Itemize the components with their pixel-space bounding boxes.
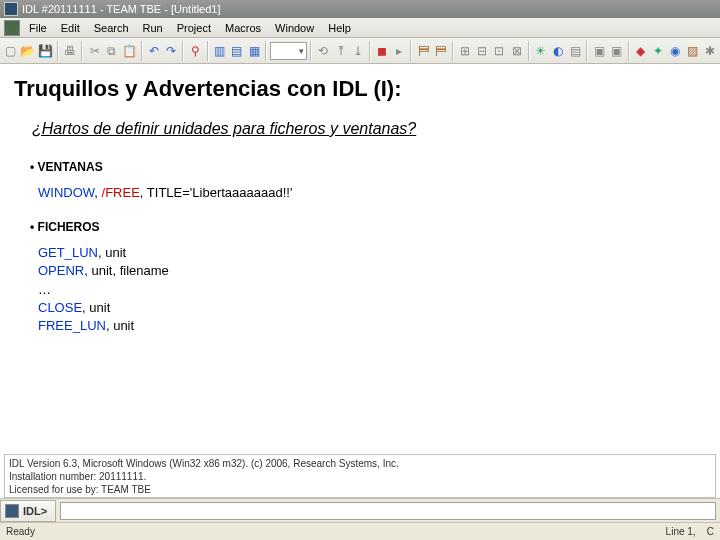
panel2-icon[interactable]: ▤ [229,41,245,61]
kw-freelun: FREE_LUN [38,318,106,333]
separator [452,41,454,61]
separator [207,41,209,61]
paste-icon[interactable]: 📋 [121,41,138,61]
kw-window: WINDOW [38,185,94,200]
separator [369,41,371,61]
code-tail: , TITLE='Libertaaaaaaad!!' [140,185,293,200]
prompt-label: IDL> [23,505,47,517]
arg-unit: , unit [98,245,126,260]
copy-icon[interactable]: ⧉ [104,41,120,61]
menu-window[interactable]: Window [268,20,321,36]
bookmark-b-icon[interactable]: ⛿ [433,41,449,61]
chart3-icon[interactable]: ▤ [567,41,583,61]
ext3-icon[interactable]: ◉ [667,41,683,61]
section-ficheros: FICHEROS [30,220,708,234]
separator [265,41,267,61]
ext2-icon[interactable]: ✦ [650,41,666,61]
arg-unit-filename: , unit, filename [84,263,169,278]
section-ventanas: VENTANAS [30,160,708,174]
separator [586,41,588,61]
ellipsis: … [38,282,51,297]
status-bar: Ready Line 1, C [0,522,720,540]
arg-unit: , unit [106,318,134,333]
tool-c-icon[interactable]: ⤓ [350,41,366,61]
menu-project[interactable]: Project [170,20,218,36]
window1-icon[interactable]: ▣ [591,41,607,61]
kw-close: CLOSE [38,300,82,315]
separator [182,41,184,61]
idl-icon [5,504,19,518]
menu-macros[interactable]: Macros [218,20,268,36]
output-line: IDL Version 6.3, Microsoft Windows (Win3… [9,457,711,470]
menu-help[interactable]: Help [321,20,358,36]
print-icon[interactable]: 🖶 [62,41,78,61]
code-ficheros: GET_LUN, unit OPENR, unit, filename … CL… [38,244,708,335]
chart2-icon[interactable]: ◐ [550,41,566,61]
output-line: Licensed for use by: TEAM TBE [9,483,711,496]
menu-edit[interactable]: Edit [54,20,87,36]
separator [57,41,59,61]
output-panel: IDL Version 6.3, Microsoft Windows (Win3… [4,454,716,498]
window2-icon[interactable]: ▣ [609,41,625,61]
redo-icon[interactable]: ↷ [163,41,179,61]
panel3-icon[interactable]: ▦ [246,41,262,61]
stop-icon[interactable]: ◼ [374,41,390,61]
menu-bar: File Edit Search Run Project Macros Wind… [0,18,720,38]
toolbar-combo[interactable] [270,42,307,60]
undo-icon[interactable]: ↶ [146,41,162,61]
separator [310,41,312,61]
status-text: Ready [6,526,35,537]
grid2-icon[interactable]: ⊟ [474,41,490,61]
editor-area: Truquillos y Advertencias con IDL (I): ¿… [0,64,720,359]
kw-free: /FREE [102,185,140,200]
sep: , [94,185,101,200]
grid4-icon[interactable]: ⊠ [509,41,525,61]
arg-unit: , unit [82,300,110,315]
command-bar: IDL> [0,498,720,522]
output-line: Installation number: 20111111. [9,470,711,483]
menu-run[interactable]: Run [136,20,170,36]
app-icon [4,2,18,16]
ext1-icon[interactable]: ◆ [633,41,649,61]
grid1-icon[interactable]: ⊞ [457,41,473,61]
prompt-tab[interactable]: IDL> [0,500,56,522]
ext5-icon[interactable]: ✱ [702,41,718,61]
find-icon[interactable]: ⚲ [187,41,203,61]
window-title: IDL #20111111 - TEAM TBE - [Untitled1] [22,0,221,18]
page-title: Truquillos y Advertencias con IDL (I): [14,76,708,102]
status-cursor: Line 1, C [666,526,714,537]
open-file-icon[interactable]: 📂 [19,41,36,61]
kw-getlun: GET_LUN [38,245,98,260]
step-icon[interactable]: ▸ [391,41,407,61]
separator [141,41,143,61]
separator [410,41,412,61]
tool-b-icon[interactable]: ⤒ [333,41,349,61]
bookmark-a-icon[interactable]: ⛿ [415,41,431,61]
menu-file[interactable]: File [22,20,54,36]
save-icon[interactable]: 💾 [37,41,54,61]
menu-search[interactable]: Search [87,20,136,36]
separator [628,41,630,61]
menu-app-icon [4,20,20,36]
toolbar-main: ▢ 📂 💾 🖶 ✂ ⧉ 📋 ↶ ↷ ⚲ ▥ ▤ ▦ ⟲ ⤒ ⤓ ◼ ▸ ⛿ ⛿ … [0,38,720,64]
kw-openr: OPENR [38,263,84,278]
separator [528,41,530,61]
code-ventanas: WINDOW, /FREE, TITLE='Libertaaaaaaad!!' [38,184,708,202]
panel1-icon[interactable]: ▥ [212,41,228,61]
chart1-icon[interactable]: ☀ [533,41,549,61]
separator [81,41,83,61]
page-subtitle: ¿Hartos de definir unidades para fichero… [32,120,708,138]
title-bar: IDL #20111111 - TEAM TBE - [Untitled1] [0,0,720,18]
cut-icon[interactable]: ✂ [86,41,102,61]
tool-a-icon[interactable]: ⟲ [315,41,331,61]
grid3-icon[interactable]: ⊡ [491,41,507,61]
command-input[interactable] [60,502,716,520]
ext4-icon[interactable]: ▨ [685,41,701,61]
new-file-icon[interactable]: ▢ [2,41,18,61]
